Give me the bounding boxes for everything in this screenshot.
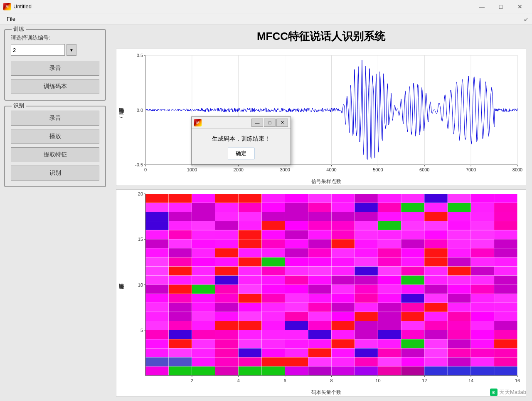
identify-record-button[interactable]: 录音	[11, 111, 99, 126]
select-arrow-icon[interactable]: ▼	[66, 44, 76, 56]
identify-panel: 识别 录音 播放 提取特征 识别	[4, 106, 106, 187]
waveform-canvas	[127, 49, 526, 177]
modal-close-button[interactable]: ✕	[276, 119, 288, 127]
menu-bar: File ↙	[0, 13, 532, 25]
chart2-inner: 码本矢量个数	[127, 190, 526, 396]
modal-body: 生成码本，训练结束！ 确定	[192, 129, 291, 164]
modal-matlab-icon: M	[194, 119, 202, 126]
modal-dialog[interactable]: M — □ ✕ 生成码本，训练结束！ 确定	[191, 116, 291, 165]
heatmap-chart: 码本矢量编码 码本矢量个数	[116, 189, 526, 397]
chart1-x-axis-label: 信号采样点数	[127, 177, 526, 186]
left-panel: 训练 请选择训练编号: 1 2 3 4 ▼ 录音 训练码本 识别 录音 播放 提…	[0, 25, 110, 401]
chart2-y-axis-label: 码本矢量编码	[116, 190, 127, 396]
watermark-text: 天天Matlab	[499, 389, 526, 396]
train-panel: 训练 请选择训练编号: 1 2 3 4 ▼ 录音 训练码本	[4, 29, 106, 101]
chart2-x-axis-label: 码本矢量个数	[127, 388, 526, 397]
waveform-chart: 幅值/归一化幅值 信号采样点数	[116, 49, 526, 186]
corner-arrow: ↙	[524, 16, 529, 22]
window-title: Untitled	[13, 3, 32, 10]
chart1-inner: 信号采样点数	[127, 49, 526, 186]
wechat-icon: ⊛	[490, 389, 498, 396]
heatmap-canvas	[127, 190, 526, 388]
main-content: 训练 请选择训练编号: 1 2 3 4 ▼ 录音 训练码本 识别 录音 播放 提…	[0, 25, 532, 401]
title-bar: M Untitled — □ ✕	[0, 0, 532, 13]
main-title: MFCC特征说话人识别系统	[116, 29, 526, 44]
close-button[interactable]: ✕	[511, 2, 529, 11]
modal-maximize-button[interactable]: □	[264, 119, 276, 127]
identify-play-button[interactable]: 播放	[11, 129, 99, 144]
modal-message: 生成码本，训练结束！	[212, 135, 270, 143]
matlab-icon: M	[3, 3, 11, 10]
modal-title-bar: M — □ ✕	[192, 117, 291, 129]
train-record-button[interactable]: 录音	[11, 61, 99, 76]
chart1-y-axis-label: 幅值/归一化幅值	[116, 49, 127, 186]
identify-panel-label: 识别	[12, 102, 26, 109]
modal-title-left: M	[194, 119, 202, 126]
identify-button[interactable]: 识别	[11, 166, 99, 181]
title-bar-left: M Untitled	[3, 3, 32, 10]
identify-extract-button[interactable]: 提取特征	[11, 147, 99, 162]
select-wrapper: 1 2 3 4 ▼	[11, 44, 99, 56]
train-codebook-button[interactable]: 训练码本	[11, 79, 99, 94]
train-panel-label: 训练	[12, 25, 26, 33]
watermark: ⊛ 天天Matlab	[490, 389, 526, 396]
maximize-button[interactable]: □	[492, 2, 510, 11]
train-number-select[interactable]: 1 2 3 4	[11, 44, 65, 56]
modal-controls: — □ ✕	[251, 119, 288, 127]
title-bar-controls: — □ ✕	[473, 2, 529, 11]
modal-minimize-button[interactable]: —	[251, 119, 263, 127]
charts-area: MFCC特征说话人识别系统 幅值/归一化幅值 信号采样点数 码本矢量编码 码本矢…	[110, 25, 532, 401]
minimize-button[interactable]: —	[473, 2, 490, 11]
select-label: 请选择训练编号:	[11, 34, 99, 42]
modal-ok-button[interactable]: 确定	[228, 148, 254, 159]
file-menu[interactable]: File	[3, 15, 19, 23]
